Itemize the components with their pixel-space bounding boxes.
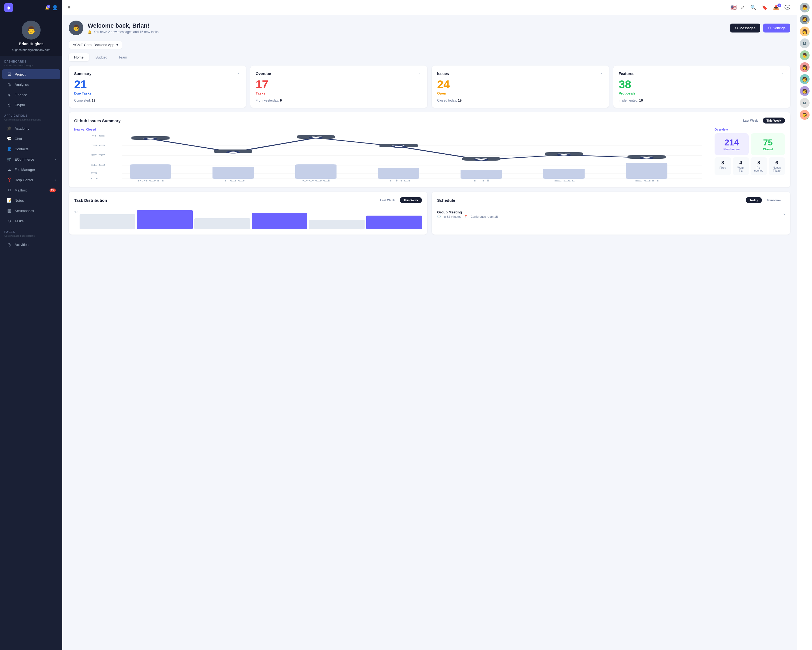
tab-home[interactable]: Home <box>69 54 89 61</box>
flag-icon[interactable]: 🇺🇸 <box>731 5 736 11</box>
academy-icon: 🎓 <box>6 126 12 131</box>
sidebar-item-filemanager[interactable]: ☁ File Manager <box>2 165 60 174</box>
today-button[interactable]: Today <box>746 197 762 203</box>
card-title: Overdue <box>256 72 271 76</box>
chevron-right-icon[interactable]: › <box>784 212 785 217</box>
this-week-button[interactable]: This Week <box>763 118 785 124</box>
schedule-section: Schedule Today Tomorrow Group Meeting 🕐 … <box>432 192 791 234</box>
task-last-week-button[interactable]: Last Week <box>377 197 399 203</box>
chevron-down-icon: ▾ <box>116 43 118 47</box>
card-menu-icon[interactable]: ⋮ <box>781 71 785 76</box>
chart-area: New vs. Closed 45 36 27 18 9 0 <box>74 128 710 182</box>
activities-icon: ◷ <box>6 242 12 247</box>
card-meta: Closed today: 19 <box>437 99 604 102</box>
task-this-week-button[interactable]: This Week <box>400 197 422 203</box>
sidebar-item-project[interactable]: ☑ Project <box>2 69 60 79</box>
sidebar-item-crypto[interactable]: $ Crypto <box>2 100 60 110</box>
card-number: 21 <box>74 79 241 90</box>
tab-budget[interactable]: Budget <box>90 54 112 61</box>
settings-button[interactable]: ⚙ Settings <box>763 24 791 32</box>
mini-stat-number: 8 <box>753 160 765 166</box>
sidebar-item-mailbox[interactable]: ✉ Mailbox 27 <box>2 185 60 195</box>
sidebar-profile: 👨 Brian Hughes hughes.brian@company.com <box>0 15 62 56</box>
svg-rect-16 <box>461 170 502 179</box>
contacts-icon: 👤 <box>6 147 12 151</box>
bookmark-icon[interactable]: 🔖 <box>762 5 768 11</box>
card-menu-icon[interactable]: ⋮ <box>236 71 241 76</box>
tomorrow-button[interactable]: Tomorrow <box>763 197 785 203</box>
summary-card-issues: Issues ⋮ 24 Open Closed today: 19 <box>432 66 609 108</box>
mail-icon: ✉ <box>6 188 12 193</box>
rail-avatar[interactable]: 👩 <box>800 62 810 72</box>
rail-avatar[interactable]: 👨 <box>800 3 810 12</box>
sidebar-item-label: Chat <box>15 137 22 141</box>
sidebar-item-notes[interactable]: 📝 Notes <box>2 196 60 205</box>
rail-avatar-m[interactable]: M <box>800 38 810 48</box>
svg-point-37 <box>476 159 487 161</box>
sidebar-item-label: Activities <box>15 243 28 247</box>
hamburger-icon[interactable]: ≡ <box>68 5 71 10</box>
sidebar-item-helpcenter[interactable]: ❓ Help Center › <box>2 175 60 185</box>
notification-icon[interactable]: 🔔 3 <box>45 6 49 10</box>
sidebar-item-scrumboard[interactable]: ▦ Scrumboard <box>2 206 60 216</box>
away-dot <box>807 22 809 24</box>
sidebar-logo-bar: ◆ 🔔 3 👤 <box>0 0 62 15</box>
search-icon[interactable]: 🔍 <box>750 5 756 11</box>
sidebar-item-academy[interactable]: 🎓 Academy <box>2 124 60 133</box>
svg-text:Sun: Sun <box>634 179 659 182</box>
sidebar-item-ecommerce[interactable]: 🛒 ECommerce › <box>2 154 60 164</box>
svg-point-39 <box>641 157 652 159</box>
tab-team[interactable]: Team <box>113 54 133 61</box>
rail-avatar-m2[interactable]: M <box>800 98 810 108</box>
project-selector[interactable]: ACME Corp. Backend App ▾ <box>69 41 122 49</box>
analytics-icon: ◎ <box>6 82 12 87</box>
card-title: Issues <box>437 72 449 76</box>
welcome-title: Welcome back, Brian! <box>88 22 160 29</box>
svg-text:Fri: Fri <box>473 179 490 182</box>
topbar: ≡ 🇺🇸 ⤢ 🔍 🔖 📥 5 💬 <box>62 0 797 15</box>
scrum-icon: ▦ <box>6 208 12 213</box>
mini-stat-label: Needs Triage <box>771 166 783 172</box>
user-email: hughes.brian@company.com <box>12 48 50 52</box>
event-time: in 32 minutes <box>444 215 461 218</box>
rail-avatar[interactable]: 🧑 <box>800 74 810 84</box>
svg-text:Wed: Wed <box>301 179 330 182</box>
svg-text:36: 36 <box>90 144 106 147</box>
center-column: ≡ 🇺🇸 ⤢ 🔍 🔖 📥 5 💬 👨 Welcome back, Brian! <box>62 0 797 650</box>
welcome-avatar: 👨 <box>69 21 83 35</box>
card-menu-icon[interactable]: ⋮ <box>418 71 422 76</box>
cart-badge: 5 <box>777 3 781 7</box>
mini-stat-label: Re-opened <box>753 166 765 172</box>
messages-button[interactable]: ✉ Messages <box>730 24 760 32</box>
sidebar-item-chat[interactable]: 💬 Chat <box>2 134 60 144</box>
sidebar-item-finance[interactable]: ◈ Finance <box>2 90 60 99</box>
sidebar-item-label: Academy <box>15 127 29 130</box>
sidebar-item-analytics[interactable]: ◎ Analytics <box>2 80 60 89</box>
welcome-subtitle: 🔔 You have 2 new messages and 15 new tas… <box>88 30 160 34</box>
svg-text:0: 0 <box>90 177 98 180</box>
rail-avatar[interactable]: 👩 <box>800 86 810 96</box>
last-week-button[interactable]: Last Week <box>739 118 762 124</box>
sidebar-item-tasks[interactable]: ⊙ Tasks <box>2 216 60 226</box>
applications-sublabel: Custom made application designs <box>0 118 62 123</box>
messages-button-label: Messages <box>739 26 756 30</box>
new-issues-box: 214 New Issues <box>714 133 749 155</box>
svg-point-34 <box>227 151 239 153</box>
sidebar-item-label: Contacts <box>15 147 28 151</box>
rail-avatar[interactable]: 👨 <box>800 50 810 60</box>
rail-avatar[interactable]: 👩 <box>800 26 810 36</box>
sidebar-item-contacts[interactable]: 👤 Contacts <box>2 144 60 154</box>
notification-badge: 3 <box>47 5 50 8</box>
message-icon[interactable]: 💬 <box>785 5 791 11</box>
fullscreen-icon[interactable]: ⤢ <box>741 5 745 11</box>
card-menu-icon[interactable]: ⋮ <box>599 71 604 76</box>
task-dist-header: Task Distribution Last Week This Week <box>74 197 422 203</box>
svg-text:Sat: Sat <box>553 179 575 182</box>
user-circle-icon[interactable]: 👤 <box>52 5 58 11</box>
rail-avatar[interactable]: 👨 <box>800 110 810 120</box>
sidebar-item-activities[interactable]: ◷ Activities <box>2 240 60 249</box>
rail-avatar[interactable]: 🧔 <box>800 15 810 24</box>
svg-text:9: 9 <box>90 172 98 174</box>
card-sublabel: Open <box>437 91 604 95</box>
event-name: Group Meeting <box>437 210 498 214</box>
